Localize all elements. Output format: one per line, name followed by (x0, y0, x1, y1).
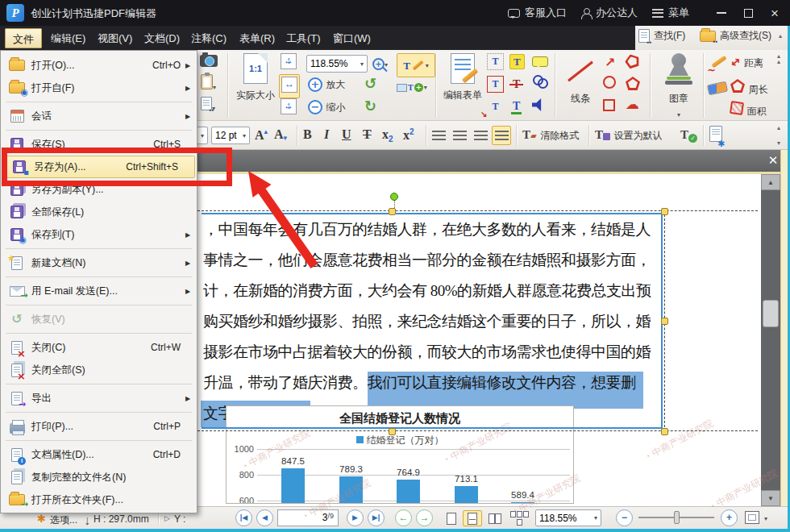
file-menu-item-9[interactable]: ◉保存到(T)▶ (1, 223, 197, 246)
text-properties-button[interactable]: ✱ (709, 126, 730, 145)
options-label[interactable]: 选项... (50, 513, 77, 527)
pencil-annotate-tool[interactable] (708, 55, 729, 76)
align-justify-button[interactable] (492, 126, 511, 145)
scroll-up-icon[interactable]: ▲ (761, 174, 780, 190)
eraser-tool[interactable] (708, 82, 727, 97)
polygon-tool[interactable] (626, 77, 640, 94)
actual-size-button[interactable]: 实际大小 (234, 53, 277, 102)
file-menu-item-25[interactable]: 复制完整的文件名(N) (1, 466, 197, 488)
text-field-tool[interactable]: T (487, 53, 504, 70)
perimeter-tool[interactable]: 周长 (730, 79, 767, 97)
highlight-text-tool[interactable]: T (509, 54, 525, 69)
menu-window[interactable]: 窗口(W) (326, 28, 378, 48)
text-frame-tool[interactable]: T (487, 76, 504, 93)
file-menu-item-18[interactable]: ×关闭全部(S) (1, 359, 197, 381)
fit-visible-button[interactable] (281, 98, 297, 118)
advanced-find-button[interactable]: 高级查找(S) (700, 29, 771, 43)
file-menu-item-24[interactable]: i文档属性(D)...Ctrl+D (1, 443, 197, 466)
increase-font-button[interactable]: A▴ (255, 127, 268, 143)
set-default-button[interactable]: T 设置为默认 (595, 127, 662, 143)
service-entry-button[interactable]: 客服入口 (508, 6, 567, 20)
options-gear-icon[interactable]: ✱ (37, 513, 46, 525)
find-button[interactable]: 查找(F) (638, 29, 685, 43)
line-tool[interactable]: 线条 (561, 53, 600, 106)
file-menu-item-13[interactable]: →用 E-mail 发送(E)...▶ (1, 280, 197, 302)
area-tool[interactable]: 面积 (730, 102, 766, 118)
scroll-down-icon[interactable]: ▼ (761, 490, 780, 506)
document-text-line[interactable]: 计，在新婚的消费方面，大约会有 80%的新婚人群愿意花费总支出预 (203, 281, 687, 301)
strikethrough-button[interactable]: T (363, 127, 372, 142)
office-expert-button[interactable]: 办公达人 (581, 6, 638, 20)
text-insert-tool[interactable]: T (487, 98, 504, 115)
first-page-button[interactable]: |◀ (235, 509, 252, 526)
menu-view[interactable]: 视图(V) (90, 28, 139, 48)
snapshot-button[interactable] (200, 55, 218, 70)
decrease-font-button[interactable]: A▾ (274, 127, 287, 142)
rotate-cw-button[interactable]: ↻ (364, 99, 376, 114)
continuous-view-button[interactable] (463, 510, 482, 526)
zoom-out-slider-button[interactable]: − (616, 509, 633, 526)
subscript-button[interactable]: x2 (382, 127, 393, 143)
fit-page-button[interactable] (281, 53, 297, 73)
file-menu-item-0[interactable]: 打开(O)...Ctrl+O▶ (1, 54, 197, 77)
single-page-view-button[interactable] (442, 510, 461, 526)
file-menu-item-26[interactable]: →打开所在文件夹(F)... (1, 488, 197, 511)
file-menu-item-8[interactable]: 全部保存(L) (1, 201, 197, 223)
zoom-level-combo[interactable]: 118.55%▾ (306, 55, 368, 73)
align-left-button[interactable] (429, 126, 448, 145)
polyline-tool[interactable] (623, 52, 642, 73)
cloud-tool[interactable]: ☁ (626, 96, 639, 113)
font-size-combo[interactable]: 12 pt▾ (211, 127, 250, 144)
close-document-icon[interactable]: ✕ (764, 152, 782, 169)
add-content-button[interactable]: T+▾ (397, 82, 427, 93)
link-tool[interactable] (533, 75, 548, 92)
menu-file[interactable]: 文件 (5, 28, 42, 48)
file-menu-item-1[interactable]: ◉打开自(F)▶ (1, 77, 197, 99)
collapse-icon[interactable]: ▴ (779, 32, 782, 39)
zoom-tool-button[interactable]: +▾ (372, 56, 388, 70)
resize-handle-right[interactable] (661, 318, 668, 325)
toolbar-collapse-icon[interactable]: ▴▴ (777, 53, 780, 64)
resize-handle-top[interactable] (389, 208, 396, 215)
statusbar-zoom-combo[interactable]: 118.55%▾ (535, 509, 601, 526)
menu-edit[interactable]: 编辑(E) (44, 28, 93, 48)
search-document-button[interactable]: ▾ (201, 97, 215, 114)
file-menu-item-20[interactable]: →导出▶ (1, 387, 197, 409)
menu-tools[interactable]: 工具(T) (279, 28, 328, 48)
history-back-button[interactable]: ← (395, 509, 412, 526)
distance-tool[interactable]: ↔ 距离 (730, 55, 763, 70)
underline-button[interactable]: U (342, 127, 351, 142)
file-menu-item-17[interactable]: ×关闭(C)Ctrl+W (1, 336, 197, 359)
maximize-button[interactable] (744, 9, 753, 18)
document-text-line[interactable]: 升温，带动了婚庆消费。我们可以直接编辑修改文件内容，想要删 (203, 372, 687, 393)
zoom-in-button[interactable]: + 放大 (308, 77, 345, 92)
document-text-line[interactable]: 摄影在市场中占据着较大的份额，而较大的市场需求也使得中国的婚 (203, 342, 687, 363)
document-text-line[interactable]: 事情之一，他们会愿意花费相当一部分的金额在结婚照和摄影方面， (203, 250, 687, 271)
strikeout-text-tool[interactable]: T (511, 77, 522, 91)
file-menu-item-3[interactable]: 会话▶ (1, 105, 197, 127)
underline-text-tool[interactable]: T (511, 98, 522, 113)
file-menu-item-11[interactable]: ★新建文档(N)▶ (1, 251, 197, 274)
fit-page-statusbar-button[interactable] (745, 511, 759, 524)
document-text-line[interactable]: 购买婚纱和婚纱摄影、拍照，来纪念结婚这个重要的日子，所以，婚 (203, 311, 687, 332)
apply-format-button[interactable]: T✓ (680, 127, 697, 143)
vertical-scrollbar[interactable]: ▲ ▼ (761, 174, 780, 506)
align-center-button[interactable] (450, 126, 469, 145)
fit-options-icon[interactable]: ▾ (764, 515, 767, 522)
minimize-button[interactable] (717, 12, 726, 14)
file-menu-item-22[interactable]: 打印(P)...Ctrl+P (1, 415, 197, 438)
four-page-view-button[interactable] (508, 510, 530, 526)
rotation-handle[interactable] (390, 193, 398, 201)
superscript-button[interactable]: x2 (403, 127, 414, 143)
clear-format-button[interactable]: T▰ 清除格式 (522, 127, 579, 143)
align-right-button[interactable] (471, 126, 490, 145)
two-page-view-button[interactable] (484, 510, 506, 526)
page-number-input[interactable]: 3/9 (277, 509, 339, 526)
resize-handle-bottom-right[interactable] (661, 428, 668, 435)
history-forward-button[interactable]: → (416, 509, 433, 526)
close-button[interactable]: × (771, 9, 779, 18)
resize-handle-bottom[interactable] (389, 428, 396, 435)
previous-page-button[interactable]: ◀ (256, 509, 273, 526)
menu-comment[interactable]: 注释(C) (184, 28, 234, 48)
bold-button[interactable]: B (303, 127, 312, 142)
